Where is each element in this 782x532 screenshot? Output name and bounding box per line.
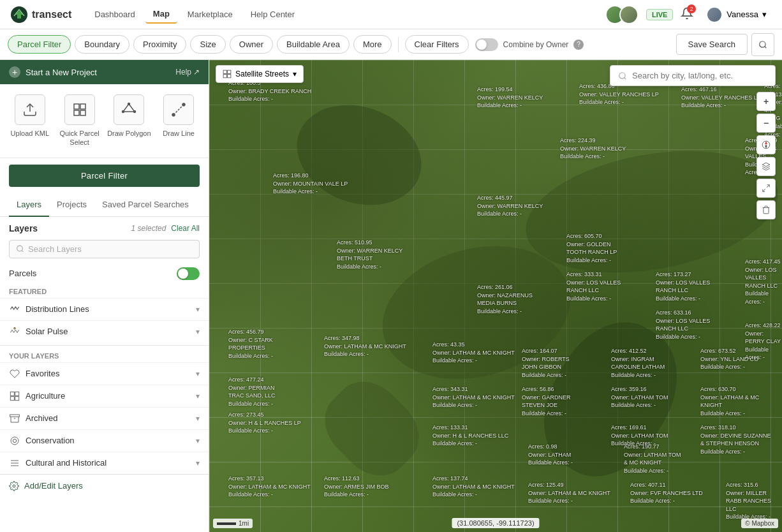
layers-search-input[interactable]: [28, 244, 193, 254]
svg-marker-35: [762, 163, 770, 166]
section-divider: [0, 345, 209, 346]
gear-icon: [9, 481, 19, 491]
compass-button[interactable]: [756, 135, 776, 154]
layer-selector-chevron-icon: ▾: [293, 70, 297, 78]
svg-point-10: [122, 111, 124, 113]
parcel-filter-button[interactable]: Parcel Filter: [8, 35, 71, 54]
save-search-button[interactable]: Save Search: [676, 34, 748, 55]
svg-rect-30: [228, 75, 231, 78]
favorites-chevron-icon: ▾: [196, 369, 200, 378]
svg-rect-15: [10, 392, 14, 395]
distribution-lines-label: Distribution Lines: [26, 304, 89, 314]
distribution-lines-icon: [9, 304, 20, 315]
plus-icon: +: [9, 66, 20, 78]
fullscreen-button[interactable]: [756, 179, 776, 198]
new-project-label: Start a New Project: [26, 68, 97, 77]
map-coordinates: (31.080655, -99.111723): [452, 518, 539, 528]
map-search-container: [610, 65, 776, 86]
bell-button[interactable]: 2: [681, 7, 693, 22]
clear-all-button[interactable]: Clear All: [171, 224, 200, 233]
svg-rect-19: [10, 415, 20, 417]
quick-parcel-select-item[interactable]: Quick Parcel Select: [57, 94, 103, 147]
layers-panel: Layers 1 selected Clear All Parcels: [0, 217, 209, 532]
svg-rect-4: [80, 104, 85, 109]
distribution-lines-chevron-icon: ▾: [196, 305, 200, 314]
combine-by-owner-toggle[interactable]: [475, 38, 498, 51]
favorites-label: Favorites: [26, 369, 59, 378]
proximity-filter-button[interactable]: Proximity: [133, 35, 186, 54]
tab-layers[interactable]: Layers: [9, 193, 49, 217]
layer-item-solar-pulse[interactable]: Solar Pulse ▾: [0, 320, 209, 343]
tab-projects[interactable]: Projects: [49, 193, 94, 217]
combine-help-icon[interactable]: ?: [573, 40, 584, 50]
filter-search-icon-button[interactable]: [751, 33, 774, 56]
svg-rect-29: [223, 75, 226, 78]
layers-button[interactable]: [756, 157, 776, 176]
zoom-out-button[interactable]: −: [756, 114, 776, 133]
tab-saved-parcel-searches[interactable]: Saved Parcel Searches: [94, 193, 196, 217]
new-project-header: + Start a New Project Help ↗: [0, 60, 209, 84]
layer-selector[interactable]: Satellite Streets ▾: [216, 65, 304, 83]
agriculture-label: Agriculture: [26, 391, 65, 401]
clear-filters-button[interactable]: Clear Filters: [405, 35, 469, 54]
draw-line-label: Draw Line: [163, 129, 195, 138]
draw-polygon-label: Draw Polygon: [107, 129, 151, 138]
draw-polygon-item[interactable]: Draw Polygon: [106, 94, 152, 147]
layers-title: Layers: [9, 223, 38, 233]
nav-marketplace[interactable]: Marketplace: [180, 6, 240, 23]
mapbox-logo: © Mapbox: [741, 519, 778, 528]
layer-item-archived[interactable]: Archived ▾: [0, 407, 209, 429]
parcel-filter-main-button[interactable]: Parcel Filter: [9, 165, 200, 187]
layers-header: Layers 1 selected Clear All: [0, 217, 209, 237]
svg-point-12: [182, 103, 185, 106]
upload-kml-item[interactable]: Upload KML: [7, 94, 53, 147]
buildable-area-filter-button[interactable]: Buildable Area: [277, 35, 350, 54]
trash-button[interactable]: [756, 200, 776, 219]
solar-pulse-label: Solar Pulse: [26, 327, 68, 336]
nav-help-center[interactable]: Help Center: [243, 6, 302, 23]
layer-item-left: Cultural and Historical: [9, 457, 107, 469]
layers-search-box[interactable]: [9, 240, 200, 258]
more-filter-button[interactable]: More: [353, 35, 392, 54]
logo-text: transect: [32, 9, 71, 20]
layer-item-cultural-historical[interactable]: Cultural and Historical ▾: [0, 452, 209, 474]
layer-item-left: Solar Pulse: [9, 326, 68, 337]
boundary-filter-button[interactable]: Boundary: [75, 35, 129, 54]
nav-dashboard[interactable]: Dashboard: [87, 6, 143, 23]
svg-line-37: [763, 189, 765, 191]
conservation-icon: [9, 435, 20, 447]
svg-point-22: [13, 439, 16, 442]
solar-pulse-chevron-icon: ▾: [196, 327, 200, 336]
avatar-group[interactable]: [605, 5, 638, 24]
svg-rect-5: [74, 110, 79, 115]
owner-filter-button[interactable]: Owner: [230, 35, 273, 54]
size-filter-button[interactable]: Size: [190, 35, 225, 54]
draw-line-item[interactable]: Draw Line: [156, 94, 202, 147]
panel-tabs: Layers Projects Saved Parcel Searches: [0, 193, 209, 217]
logo[interactable]: transect: [10, 6, 71, 24]
parcels-toggle[interactable]: [177, 267, 200, 280]
svg-point-9: [134, 111, 136, 113]
map-search-input[interactable]: [632, 71, 760, 80]
zoom-in-button[interactable]: +: [756, 92, 776, 111]
help-button[interactable]: Help ↗: [175, 68, 200, 77]
svg-rect-16: [15, 392, 19, 395]
map-area[interactable]: Acres: 100.5Owner: BRADY CREEK RANCHBuil…: [209, 60, 782, 532]
layer-item-agriculture[interactable]: Agriculture ▾: [0, 385, 209, 407]
featured-section-label: Featured: [0, 284, 209, 298]
layer-item-favorites[interactable]: Favorites ▾: [0, 362, 209, 385]
user-menu-button[interactable]: Vanessa ▾: [701, 4, 772, 26]
svg-point-14: [14, 327, 16, 329]
svg-point-26: [13, 485, 15, 487]
layers-selector-icon: [223, 70, 232, 78]
add-edit-layers-button[interactable]: Add/Edit Layers: [0, 474, 209, 498]
layer-item-distribution-lines[interactable]: Distribution Lines ▾: [0, 298, 209, 320]
cultural-historical-icon: [9, 457, 20, 469]
layer-item-conservation[interactable]: Conservation ▾: [0, 429, 209, 452]
agriculture-icon: [9, 390, 20, 402]
layers-search-icon: [16, 244, 24, 253]
map-search-box[interactable]: [610, 65, 776, 86]
svg-marker-34: [765, 145, 767, 149]
nav-map[interactable]: Map: [145, 5, 177, 24]
quick-parcel-select-label: Quick Parcel Select: [57, 129, 103, 147]
